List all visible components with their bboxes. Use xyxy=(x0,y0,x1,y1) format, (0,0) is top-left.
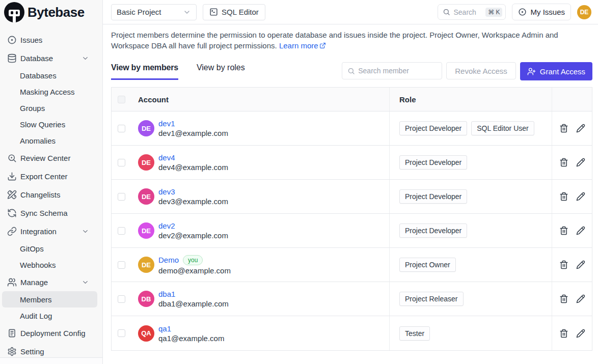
account-cell: DEdev3dev3@example.com xyxy=(112,180,390,213)
sidebar-item-label: Anomalies xyxy=(20,136,56,145)
member-email: dev1@example.com xyxy=(158,129,228,137)
edit-member-icon[interactable] xyxy=(576,124,585,133)
toolbar-right: Search member Revoke Access Grant Access xyxy=(342,62,592,80)
sidebar-item-integration[interactable]: Integration xyxy=(2,222,97,240)
tab-view-by-members[interactable]: View by members xyxy=(111,63,178,80)
role-cell: Project Developer xyxy=(390,146,552,179)
sidebar-item-label: Changelists xyxy=(20,190,60,199)
sidebar-item-review-center[interactable]: Review Center xyxy=(2,149,97,167)
role-chip: Tester xyxy=(399,326,430,341)
member-identity: dev3dev3@example.com xyxy=(158,187,228,206)
sidebar-item-anomalies[interactable]: Anomalies xyxy=(2,132,97,149)
delete-member-icon[interactable] xyxy=(559,158,568,167)
row-checkbox[interactable] xyxy=(118,193,125,201)
project-select[interactable]: Basic Project xyxy=(111,4,197,20)
issues-icon xyxy=(7,35,17,45)
role-chip: Project Developer xyxy=(399,223,467,238)
member-email: qa1@example.com xyxy=(158,334,224,343)
delete-member-icon[interactable] xyxy=(559,226,568,235)
revoke-access-button[interactable]: Revoke Access xyxy=(446,62,516,79)
my-issues-button[interactable]: My Issues xyxy=(512,4,571,20)
sidebar-item-webhooks[interactable]: Webhooks xyxy=(2,257,97,273)
row-checkbox[interactable] xyxy=(118,295,125,303)
row-checkbox[interactable] xyxy=(118,329,125,337)
member-name-link[interactable]: qa1 xyxy=(158,324,171,333)
table-row: DEdev2dev2@example.comProject Developer xyxy=(112,214,592,248)
member-name-link[interactable]: dba1 xyxy=(158,290,175,298)
sidebar-item-groups[interactable]: Groups xyxy=(2,100,97,116)
sidebar-item-label: Manage xyxy=(20,278,48,287)
edit-member-icon[interactable] xyxy=(576,329,585,338)
edit-member-icon[interactable] xyxy=(576,158,585,167)
sidebar-item-label: Slow Queries xyxy=(20,120,65,129)
account-cell: DEdev4dev4@example.com xyxy=(112,146,390,179)
edit-member-icon[interactable] xyxy=(576,294,585,303)
select-all-checkbox[interactable] xyxy=(118,96,125,103)
delete-member-icon[interactable] xyxy=(559,294,568,303)
row-checkbox[interactable] xyxy=(118,125,125,132)
delete-member-icon[interactable] xyxy=(559,329,568,338)
delete-member-icon[interactable] xyxy=(559,260,568,269)
table-row: DBdba1dba1@example.comProject Releaser xyxy=(112,282,592,316)
sidebar-item-deployment-config[interactable]: Deployment Config xyxy=(2,324,97,342)
user-avatar[interactable]: DE xyxy=(577,5,591,19)
tab-view-by-roles[interactable]: View by roles xyxy=(197,63,245,80)
grant-access-button[interactable]: Grant Access xyxy=(520,62,592,80)
sidebar-item-manage[interactable]: Manage xyxy=(2,273,97,291)
setting-icon xyxy=(7,347,17,356)
member-identity: qa1qa1@example.com xyxy=(158,324,224,343)
sidebar-item-databases[interactable]: Databases xyxy=(2,67,97,83)
avatar: DE xyxy=(138,154,154,171)
row-checkbox[interactable] xyxy=(118,227,125,235)
sidebar-item-label: Webhooks xyxy=(20,261,56,269)
row-checkbox[interactable] xyxy=(118,159,125,166)
global-search-input[interactable]: Search ⌘ K xyxy=(438,4,506,20)
member-search-input[interactable]: Search member xyxy=(342,62,442,79)
sidebar-item-gitops[interactable]: GitOps xyxy=(2,240,97,257)
member-email: demo@example.com xyxy=(158,266,231,275)
sidebar-item-slow-queries[interactable]: Slow Queries xyxy=(2,116,97,132)
sidebar-item-masking-access[interactable]: Masking Access xyxy=(2,83,97,100)
row-checkbox[interactable] xyxy=(118,261,125,269)
member-name-link[interactable]: dev2 xyxy=(158,221,175,230)
circle-dot-icon xyxy=(518,8,527,16)
actions-cell xyxy=(552,316,592,350)
member-name-link[interactable]: dev4 xyxy=(158,153,175,162)
learn-more-link[interactable]: Learn more xyxy=(279,40,326,51)
role-cell: Project Releaser xyxy=(390,282,552,316)
right-column: Basic Project SQL Editor Search ⌘ K My I… xyxy=(103,0,598,364)
sidebar-nav: IssuesDatabaseDatabasesMasking AccessGro… xyxy=(0,24,102,360)
delete-member-icon[interactable] xyxy=(559,192,568,201)
sidebar-item-audit-log[interactable]: Audit Log xyxy=(2,307,97,324)
sidebar-item-database[interactable]: Database xyxy=(2,49,97,67)
role-column-label: Role xyxy=(399,95,416,104)
sidebar-item-export-center[interactable]: Export Center xyxy=(2,167,97,185)
table-row: QAqa1qa1@example.comTester xyxy=(112,316,592,350)
delete-member-icon[interactable] xyxy=(559,124,568,133)
search-placeholder: Search xyxy=(453,8,482,16)
edit-member-icon[interactable] xyxy=(576,192,585,201)
avatar: DE xyxy=(138,120,154,136)
shortcut-badge: ⌘ K xyxy=(485,8,502,17)
sidebar-item-changelists[interactable]: Changelists xyxy=(2,185,97,204)
sidebar-item-members[interactable]: Members xyxy=(2,291,97,307)
member-email: dev3@example.com xyxy=(158,197,228,206)
topbar-right: Search ⌘ K My Issues DE xyxy=(438,4,591,20)
chevron-down-icon xyxy=(81,278,89,286)
chevron-down-icon xyxy=(81,54,89,62)
members-table: Account Role DEdev1dev1@example.comProje… xyxy=(111,87,592,351)
database-icon xyxy=(7,53,17,63)
sidebar-item-issues[interactable]: Issues xyxy=(2,31,97,49)
sql-editor-button[interactable]: SQL Editor xyxy=(203,4,265,20)
member-name-link[interactable]: dev1 xyxy=(158,119,175,128)
account-column-label: Account xyxy=(138,95,169,104)
logo-text: Bytebase xyxy=(28,5,85,20)
role-chip: Project Developer xyxy=(399,155,467,170)
member-name-link[interactable]: Demo xyxy=(158,256,179,264)
sidebar-item-sync-schema[interactable]: Sync Schema xyxy=(2,204,97,222)
edit-member-icon[interactable] xyxy=(576,226,585,235)
edit-member-icon[interactable] xyxy=(576,260,585,269)
sidebar-item-label: Integration xyxy=(20,227,57,236)
logo[interactable]: Bytebase xyxy=(0,0,102,24)
member-name-link[interactable]: dev3 xyxy=(158,187,175,196)
